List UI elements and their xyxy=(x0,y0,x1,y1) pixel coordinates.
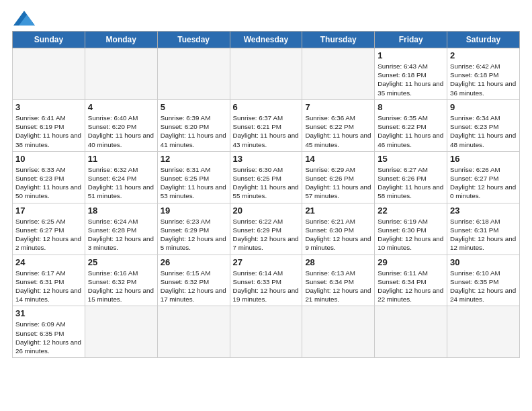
calendar-cell xyxy=(13,48,85,100)
calendar-cell: 19Sunrise: 6:23 AM Sunset: 6:29 PM Dayli… xyxy=(157,203,230,255)
day-info: Sunrise: 6:16 AM Sunset: 6:32 PM Dayligh… xyxy=(88,269,154,304)
day-info: Sunrise: 6:32 AM Sunset: 6:24 PM Dayligh… xyxy=(88,165,154,201)
calendar-cell: 3Sunrise: 6:41 AM Sunset: 6:19 PM Daylig… xyxy=(13,99,85,151)
calendar-cell xyxy=(85,48,157,100)
calendar-cell: 21Sunrise: 6:21 AM Sunset: 6:30 PM Dayli… xyxy=(302,203,375,255)
day-number: 22 xyxy=(378,205,444,216)
page-header xyxy=(12,9,520,26)
calendar-cell xyxy=(157,48,230,100)
calendar-cell: 11Sunrise: 6:32 AM Sunset: 6:24 PM Dayli… xyxy=(85,151,157,203)
day-number: 9 xyxy=(450,102,517,112)
calendar-cell: 2Sunrise: 6:42 AM Sunset: 6:18 PM Daylig… xyxy=(447,48,520,100)
calendar-cell: 25Sunrise: 6:16 AM Sunset: 6:32 PM Dayli… xyxy=(85,255,157,306)
day-info: Sunrise: 6:40 AM Sunset: 6:20 PM Dayligh… xyxy=(88,113,154,149)
day-info: Sunrise: 6:18 AM Sunset: 6:31 PM Dayligh… xyxy=(450,217,517,253)
calendar-cell: 24Sunrise: 6:17 AM Sunset: 6:31 PM Dayli… xyxy=(13,255,85,306)
day-info: Sunrise: 6:36 AM Sunset: 6:22 PM Dayligh… xyxy=(305,113,371,149)
day-info: Sunrise: 6:09 AM Sunset: 6:35 PM Dayligh… xyxy=(15,320,82,355)
day-info: Sunrise: 6:33 AM Sunset: 6:23 PM Dayligh… xyxy=(15,165,82,201)
day-number: 1 xyxy=(378,50,444,60)
calendar-cell: 13Sunrise: 6:30 AM Sunset: 6:25 PM Dayli… xyxy=(230,151,302,203)
calendar-cell: 31Sunrise: 6:09 AM Sunset: 6:35 PM Dayli… xyxy=(13,306,85,358)
calendar-cell: 22Sunrise: 6:19 AM Sunset: 6:30 PM Dayli… xyxy=(375,203,447,255)
day-number: 26 xyxy=(161,257,227,267)
day-number: 14 xyxy=(305,154,371,164)
day-info: Sunrise: 6:22 AM Sunset: 6:29 PM Dayligh… xyxy=(233,217,300,253)
calendar-cell xyxy=(230,306,302,358)
day-header-monday: Monday xyxy=(85,32,157,48)
day-number: 11 xyxy=(88,154,154,164)
day-info: Sunrise: 6:30 AM Sunset: 6:25 PM Dayligh… xyxy=(233,165,300,201)
calendar-cell: 6Sunrise: 6:37 AM Sunset: 6:21 PM Daylig… xyxy=(230,99,302,151)
day-number: 16 xyxy=(450,154,517,164)
day-info: Sunrise: 6:15 AM Sunset: 6:32 PM Dayligh… xyxy=(161,269,227,304)
day-header-wednesday: Wednesday xyxy=(230,32,302,48)
day-number: 17 xyxy=(15,205,82,216)
day-info: Sunrise: 6:14 AM Sunset: 6:33 PM Dayligh… xyxy=(233,269,300,304)
day-header-thursday: Thursday xyxy=(302,32,375,48)
calendar-cell: 29Sunrise: 6:11 AM Sunset: 6:34 PM Dayli… xyxy=(375,255,447,306)
calendar-cell xyxy=(375,306,447,358)
calendar-cell: 23Sunrise: 6:18 AM Sunset: 6:31 PM Dayli… xyxy=(447,203,520,255)
day-number: 24 xyxy=(15,257,82,267)
calendar-cell: 7Sunrise: 6:36 AM Sunset: 6:22 PM Daylig… xyxy=(302,99,375,151)
calendar-table: SundayMondayTuesdayWednesdayThursdayFrid… xyxy=(12,31,520,358)
day-info: Sunrise: 6:25 AM Sunset: 6:27 PM Dayligh… xyxy=(15,217,82,253)
day-number: 18 xyxy=(88,205,154,216)
calendar-cell xyxy=(85,306,157,358)
day-number: 15 xyxy=(378,154,444,164)
day-number: 7 xyxy=(305,102,371,112)
calendar-cell xyxy=(447,306,520,358)
day-number: 19 xyxy=(161,205,227,216)
calendar-cell xyxy=(157,306,230,358)
day-number: 29 xyxy=(378,257,444,267)
calendar-cell: 5Sunrise: 6:39 AM Sunset: 6:20 PM Daylig… xyxy=(157,99,230,151)
day-number: 13 xyxy=(233,154,300,164)
calendar-header-row: SundayMondayTuesdayWednesdayThursdayFrid… xyxy=(13,32,520,48)
day-info: Sunrise: 6:42 AM Sunset: 6:18 PM Dayligh… xyxy=(450,62,517,97)
day-number: 5 xyxy=(161,102,227,112)
calendar-cell: 16Sunrise: 6:26 AM Sunset: 6:27 PM Dayli… xyxy=(447,151,520,203)
day-number: 8 xyxy=(378,102,444,112)
day-header-sunday: Sunday xyxy=(13,32,85,48)
day-info: Sunrise: 6:17 AM Sunset: 6:31 PM Dayligh… xyxy=(15,269,82,304)
day-number: 28 xyxy=(305,257,371,267)
calendar-cell: 30Sunrise: 6:10 AM Sunset: 6:35 PM Dayli… xyxy=(447,255,520,306)
day-info: Sunrise: 6:29 AM Sunset: 6:26 PM Dayligh… xyxy=(305,165,371,201)
day-header-tuesday: Tuesday xyxy=(157,32,230,48)
day-number: 6 xyxy=(233,102,300,112)
calendar-cell: 12Sunrise: 6:31 AM Sunset: 6:25 PM Dayli… xyxy=(157,151,230,203)
calendar-cell xyxy=(230,48,302,100)
calendar-cell: 9Sunrise: 6:34 AM Sunset: 6:23 PM Daylig… xyxy=(447,99,520,151)
calendar-cell: 17Sunrise: 6:25 AM Sunset: 6:27 PM Dayli… xyxy=(13,203,85,255)
day-info: Sunrise: 6:11 AM Sunset: 6:34 PM Dayligh… xyxy=(378,269,444,304)
calendar-cell: 8Sunrise: 6:35 AM Sunset: 6:22 PM Daylig… xyxy=(375,99,447,151)
day-header-saturday: Saturday xyxy=(447,32,520,48)
logo-icon xyxy=(13,11,35,26)
day-info: Sunrise: 6:31 AM Sunset: 6:25 PM Dayligh… xyxy=(161,165,227,201)
day-number: 4 xyxy=(88,102,154,112)
day-number: 27 xyxy=(233,257,300,267)
calendar-cell: 27Sunrise: 6:14 AM Sunset: 6:33 PM Dayli… xyxy=(230,255,302,306)
day-number: 21 xyxy=(305,205,371,216)
day-number: 20 xyxy=(233,205,300,216)
day-info: Sunrise: 6:27 AM Sunset: 6:26 PM Dayligh… xyxy=(378,165,444,201)
calendar-cell: 14Sunrise: 6:29 AM Sunset: 6:26 PM Dayli… xyxy=(302,151,375,203)
day-number: 31 xyxy=(15,308,82,318)
day-number: 23 xyxy=(450,205,517,216)
day-info: Sunrise: 6:43 AM Sunset: 6:18 PM Dayligh… xyxy=(378,62,444,97)
day-info: Sunrise: 6:37 AM Sunset: 6:21 PM Dayligh… xyxy=(233,113,300,149)
day-info: Sunrise: 6:19 AM Sunset: 6:30 PM Dayligh… xyxy=(378,217,444,253)
calendar-cell: 4Sunrise: 6:40 AM Sunset: 6:20 PM Daylig… xyxy=(85,99,157,151)
calendar-cell xyxy=(302,306,375,358)
calendar-cell: 18Sunrise: 6:24 AM Sunset: 6:28 PM Dayli… xyxy=(85,203,157,255)
day-info: Sunrise: 6:35 AM Sunset: 6:22 PM Dayligh… xyxy=(378,113,444,149)
calendar-cell: 10Sunrise: 6:33 AM Sunset: 6:23 PM Dayli… xyxy=(13,151,85,203)
day-number: 25 xyxy=(88,257,154,267)
day-info: Sunrise: 6:23 AM Sunset: 6:29 PM Dayligh… xyxy=(161,217,227,253)
day-number: 30 xyxy=(450,257,517,267)
day-info: Sunrise: 6:24 AM Sunset: 6:28 PM Dayligh… xyxy=(88,217,154,253)
day-info: Sunrise: 6:21 AM Sunset: 6:30 PM Dayligh… xyxy=(305,217,371,253)
calendar-cell xyxy=(302,48,375,100)
day-number: 3 xyxy=(15,102,82,112)
